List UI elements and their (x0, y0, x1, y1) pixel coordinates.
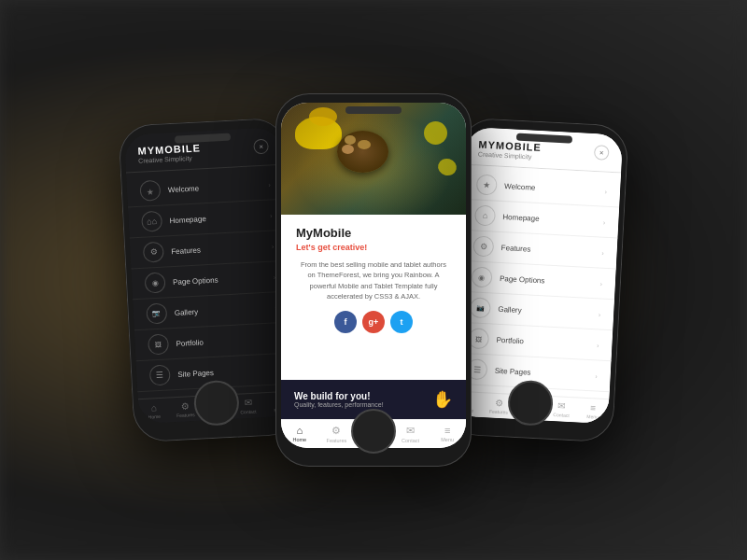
center-nav-home-label: Home (292, 437, 306, 442)
light-homepage-label: Homepage (502, 213, 596, 226)
center-nav-pages-icon: ❑ (369, 425, 378, 437)
features-arrow: › (272, 243, 275, 249)
light-pageoptions-icon-circle: ◉ (472, 266, 493, 287)
gallery-label: Gallery (175, 303, 268, 316)
light-portfolio-label: Portfolio (496, 335, 589, 348)
dark-menu-brand: MYMOBILE Creative Simplicity (137, 142, 201, 163)
pageoptions-label: Page Options (173, 273, 266, 286)
star-icon (146, 182, 154, 199)
nav-contact-icon: ✉ (244, 398, 252, 408)
phone-right-screen: MYMOBILE Creative Simplicity × ★ Welcome… (451, 127, 623, 424)
light-menu-items: ★ Welcome › ⌂ Homepage › ⚙ Features › (453, 165, 621, 399)
bottom-banner: We build for you! Quality, features, per… (281, 380, 466, 419)
light-nav-contact[interactable]: ✉ Contact (545, 397, 578, 423)
light-nav-contact-icon: ✉ (557, 400, 566, 411)
pageoptions-icon-circle: ◉ (145, 273, 166, 294)
light-image-icon: 🖼 (475, 335, 482, 342)
facebook-button[interactable]: f (334, 311, 357, 333)
phones-container: MYMOBILE Creative Simplicity × Welcome ›… (107, 93, 640, 467)
card-body: From the best selling mobile and tablet … (296, 259, 451, 301)
dark-nav-home[interactable]: ⌂ Home (138, 398, 171, 424)
features-label: Features (171, 242, 264, 255)
homepage-arrow: › (270, 212, 273, 218)
center-nav-features[interactable]: ⚙ Features (318, 420, 356, 448)
light-nav-menu-icon: ≡ (590, 402, 596, 413)
sitepages-label: Site Pages (177, 365, 271, 378)
gear-icon: ⚙ (149, 247, 158, 257)
light-gallery-arrow: › (599, 311, 601, 317)
light-nav-menu-label: Menu (586, 413, 599, 420)
light-features-icon-circle: ⚙ (472, 235, 494, 257)
light-menu-brand: MYMOBILE Creative Simplicity (478, 139, 542, 161)
center-nav-contact-label: Contact (402, 438, 419, 443)
light-nav-features-icon: ⚙ (495, 398, 504, 408)
banner-text-block: We build for you! Quality, features, per… (294, 391, 384, 408)
dark-nav-features[interactable]: ⚙ Features (169, 397, 202, 423)
dark-menu-items: Welcome › ⌂ Homepage › ⚙ Features › ◉ (126, 165, 294, 399)
googleplus-button[interactable]: g+ (362, 311, 385, 333)
light-features-arrow: › (601, 249, 604, 256)
light-pageoptions-arrow: › (599, 280, 602, 287)
light-welcome-label: Welcome (504, 182, 598, 195)
nav-home-icon: ⌂ (151, 402, 158, 413)
light-nav-menu[interactable]: ≡ Menu (576, 398, 609, 424)
light-nav-features-label: Features (489, 409, 508, 415)
light-gallery-label: Gallery (498, 304, 591, 317)
home-icon: ⌂ (147, 217, 157, 227)
cookie-3 (342, 145, 354, 154)
bowl-decor (337, 131, 388, 173)
light-welcome-arrow: › (605, 188, 608, 194)
center-bottom-nav: ⌂ Home ⚙ Features ❑ Pages ✉ Contact (281, 419, 466, 448)
center-card: MyMobile Let's get creative! From the be… (281, 215, 466, 380)
dark-menu-close[interactable]: × (253, 139, 269, 155)
cookie-2 (358, 140, 371, 149)
light-pageoptions-label: Page Options (500, 273, 593, 287)
gallery-icon-circle: 📷 (146, 302, 167, 324)
center-nav-contact-icon: ✉ (406, 425, 415, 437)
center-nav-menu[interactable]: ≡ Menu (429, 420, 466, 448)
social-buttons: f g+ t (296, 311, 451, 333)
light-nav-pages[interactable]: ❑ Pages (514, 395, 546, 421)
welcome-label: Welcome (168, 181, 261, 194)
light-pages-icon: ☰ (473, 365, 482, 374)
banner-main-text: We build for you! (294, 391, 384, 401)
homepage-label: Homepage (169, 211, 262, 224)
nav-pages-label: Pages (210, 410, 223, 416)
flower-decor-2 (309, 107, 337, 126)
nav-home-label: Home (148, 413, 162, 420)
light-gallery-icon-circle: 📷 (470, 297, 491, 318)
cookie-1 (345, 135, 356, 145)
light-camera-icon: 📷 (476, 304, 485, 312)
center-nav-menu-label: Menu (441, 437, 454, 442)
light-homepage-icon-circle: ⌂ (474, 204, 496, 226)
card-subtitle: Let's get creative! (296, 243, 451, 252)
light-sitepages-label: Site Pages (495, 366, 588, 379)
center-nav-home[interactable]: ⌂ Home (281, 420, 318, 448)
lemon-decor (424, 121, 447, 145)
light-menu-close[interactable]: × (594, 145, 610, 161)
light-nav-pages-icon: ❑ (526, 399, 535, 410)
center-nav-pages[interactable]: ❑ Pages (355, 420, 392, 448)
nav-contact-label: Contact (240, 409, 257, 415)
dark-nav-contact[interactable]: ✉ Contact (232, 393, 264, 419)
twitter-button[interactable]: t (390, 311, 413, 333)
center-nav-features-icon: ⚙ (331, 425, 341, 437)
camera-icon: 📷 (152, 310, 161, 317)
light-star-icon: ★ (483, 180, 491, 189)
features-icon-circle: ⚙ (143, 242, 164, 263)
nav-pages-icon: ❑ (212, 399, 221, 410)
light-homepage-arrow: › (603, 218, 606, 225)
banner-sub-text: Quality, features, performance! (294, 401, 384, 408)
light-nav-pages-label: Pages (523, 410, 536, 416)
center-nav-contact[interactable]: ✉ Contact (392, 420, 430, 448)
light-home-icon: ⌂ (483, 211, 488, 220)
eye-icon: ◉ (151, 278, 158, 287)
light-portfolio-arrow: › (597, 342, 599, 348)
light-gear-icon: ⚙ (480, 242, 488, 251)
light-sitepages-arrow: › (595, 372, 598, 379)
light-features-label: Features (501, 243, 595, 256)
light-nav-features[interactable]: ⚙ Features (483, 393, 515, 419)
dark-nav-pages[interactable]: ❑ Pages (201, 395, 233, 421)
phone-center: MyMobile Let's get creative! From the be… (275, 93, 472, 467)
center-content: MyMobile Let's get creative! From the be… (281, 103, 466, 448)
